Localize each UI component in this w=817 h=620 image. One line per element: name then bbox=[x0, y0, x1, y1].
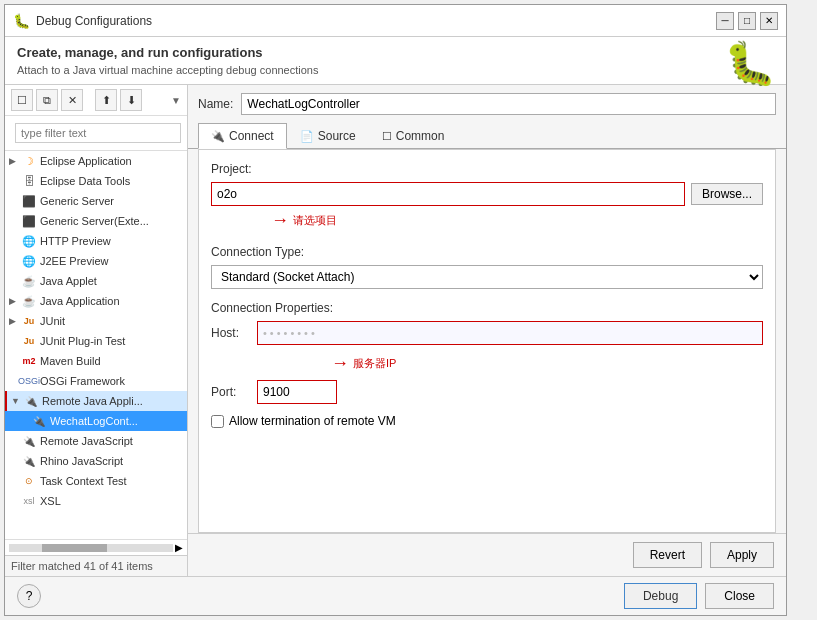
tree-item-label: Remote JavaScript bbox=[40, 435, 133, 447]
tree-item-generic-server[interactable]: ⬛ Generic Server bbox=[5, 191, 187, 211]
debug-button[interactable]: Debug bbox=[624, 583, 697, 609]
tree-item-eclipse-app[interactable]: ▶ ☽ Eclipse Application bbox=[5, 151, 187, 171]
copy-config-button[interactable]: ⧉ bbox=[36, 89, 58, 111]
delete-config-button[interactable]: ✕ bbox=[61, 89, 83, 111]
tab-connect[interactable]: 🔌 Connect bbox=[198, 123, 287, 149]
tree-item-label: J2EE Preview bbox=[40, 255, 108, 267]
allow-termination-row: Allow termination of remote VM bbox=[211, 414, 763, 428]
tree-item-remote-java[interactable]: ▼ 🔌 Remote Java Appli... bbox=[5, 391, 187, 411]
tree-item-j2ee[interactable]: 🌐 J2EE Preview bbox=[5, 251, 187, 271]
filter-status: Filter matched 41 of 41 items bbox=[11, 560, 153, 572]
port-row: Port: bbox=[211, 380, 763, 404]
minimize-button[interactable]: ─ bbox=[716, 12, 734, 30]
task-icon: ⊙ bbox=[21, 473, 37, 489]
host-row: Host: •••••••• bbox=[211, 321, 763, 345]
tree-item-wechat[interactable]: 🔌 WechatLogCont... bbox=[5, 411, 187, 431]
tree-item-label: Remote Java Appli... bbox=[42, 395, 143, 407]
connect-tab-label: Connect bbox=[229, 129, 274, 143]
source-tab-icon: 📄 bbox=[300, 130, 314, 143]
remote-java-icon: 🔌 bbox=[23, 393, 39, 409]
expand-icon: ▶ bbox=[9, 156, 21, 166]
expand-icon: ▶ bbox=[9, 316, 21, 326]
project-annotation: 请选项目 bbox=[293, 213, 337, 228]
main-area: ☐ ⧉ ✕ ⬆ ⬇ ▼ ▶ ☽ Eclipse Application bbox=[5, 85, 786, 576]
tree-item-eclipse-data[interactable]: 🗄 Eclipse Data Tools bbox=[5, 171, 187, 191]
tree-item-task-context[interactable]: ⊙ Task Context Test bbox=[5, 471, 187, 491]
expand-icon: ▶ bbox=[9, 296, 21, 306]
name-label: Name: bbox=[198, 97, 233, 111]
tree-item-label: XSL bbox=[40, 495, 61, 507]
bug-mascot-icon: 🐛 bbox=[724, 39, 776, 88]
tree-item-label: Task Context Test bbox=[40, 475, 127, 487]
filter-input[interactable] bbox=[15, 123, 181, 143]
tree-item-rhino[interactable]: 🔌 Rhino JavaScript bbox=[5, 451, 187, 471]
sidebar: ☐ ⧉ ✕ ⬆ ⬇ ▼ ▶ ☽ Eclipse Application bbox=[5, 85, 188, 576]
name-input[interactable] bbox=[241, 93, 776, 115]
apply-button[interactable]: Apply bbox=[710, 542, 774, 568]
tree-item-label: JUnit bbox=[40, 315, 65, 327]
tree-item-label: Generic Server(Exte... bbox=[40, 215, 149, 227]
tree-area[interactable]: ▶ ☽ Eclipse Application 🗄 Eclipse Data T… bbox=[5, 151, 187, 539]
tree-item-xsl[interactable]: xsl XSL bbox=[5, 491, 187, 511]
junit-plugin-icon: Ju bbox=[21, 333, 37, 349]
footer-bar: ? Debug Close bbox=[5, 576, 786, 615]
scroll-right[interactable]: ▶ bbox=[175, 542, 183, 553]
host-arrow-icon: → bbox=[331, 353, 349, 374]
revert-button[interactable]: Revert bbox=[633, 542, 702, 568]
eclipse-data-icon: 🗄 bbox=[21, 173, 37, 189]
rhino-icon: 🔌 bbox=[21, 453, 37, 469]
new-config-button[interactable]: ☐ bbox=[11, 89, 33, 111]
maximize-button[interactable]: □ bbox=[738, 12, 756, 30]
allow-termination-checkbox[interactable] bbox=[211, 415, 224, 428]
tree-item-label: WechatLogCont... bbox=[50, 415, 138, 427]
tree-item-generic-server-ext[interactable]: ⬛ Generic Server(Exte... bbox=[5, 211, 187, 231]
xsl-icon: xsl bbox=[21, 493, 37, 509]
tab-source[interactable]: 📄 Source bbox=[287, 123, 369, 148]
connection-type-select[interactable]: Standard (Socket Attach) bbox=[211, 265, 763, 289]
host-ip-value: •••••••• bbox=[263, 327, 318, 339]
project-section-label: Project: bbox=[211, 162, 763, 176]
project-arrow-icon: → bbox=[271, 210, 289, 231]
tree-item-java-app[interactable]: ▶ ☕ Java Application bbox=[5, 291, 187, 311]
host-input-container[interactable]: •••••••• bbox=[257, 321, 763, 345]
tree-item-label: Java Applet bbox=[40, 275, 97, 287]
close-dialog-button[interactable]: Close bbox=[705, 583, 774, 609]
server-icon: ⬛ bbox=[21, 193, 37, 209]
port-input[interactable] bbox=[257, 380, 337, 404]
import-config-button[interactable]: ⬇ bbox=[120, 89, 142, 111]
export-config-button[interactable]: ⬆ bbox=[95, 89, 117, 111]
maven-icon: m2 bbox=[21, 353, 37, 369]
dialog-bug-icon: 🐛 bbox=[13, 13, 30, 29]
dialog-title: Debug Configurations bbox=[36, 14, 152, 28]
connect-tab-icon: 🔌 bbox=[211, 130, 225, 143]
expand-icon: ▼ bbox=[11, 396, 23, 406]
project-row: Browse... bbox=[211, 182, 763, 206]
connection-props-label: Connection Properties: bbox=[211, 301, 763, 315]
right-panel: Name: 🔌 Connect 📄 Source ☐ Common bbox=[188, 85, 786, 576]
tab-common[interactable]: ☐ Common bbox=[369, 123, 458, 148]
debug-configurations-dialog: 🐛 Debug Configurations ─ □ ✕ Create, man… bbox=[4, 4, 787, 616]
sidebar-footer: Filter matched 41 of 41 items bbox=[5, 555, 187, 576]
tree-item-http-preview[interactable]: 🌐 HTTP Preview bbox=[5, 231, 187, 251]
host-label: Host: bbox=[211, 326, 251, 340]
help-button[interactable]: ? bbox=[17, 584, 41, 608]
tree-item-remote-js[interactable]: 🔌 Remote JavaScript bbox=[5, 431, 187, 451]
tree-item-junit[interactable]: ▶ Ju JUnit bbox=[5, 311, 187, 331]
tree-item-label: OSGi Framework bbox=[40, 375, 125, 387]
osgi-icon: OSGi bbox=[21, 373, 37, 389]
connection-type-row: Standard (Socket Attach) bbox=[211, 265, 763, 289]
header-subtitle: Attach to a Java virtual machine accepti… bbox=[17, 64, 706, 76]
tree-item-label: Generic Server bbox=[40, 195, 114, 207]
tree-item-java-applet[interactable]: ☕ Java Applet bbox=[5, 271, 187, 291]
browse-button[interactable]: Browse... bbox=[691, 183, 763, 205]
close-button[interactable]: ✕ bbox=[760, 12, 778, 30]
name-row: Name: bbox=[188, 85, 786, 123]
tree-item-junit-plugin[interactable]: Ju JUnit Plug-in Test bbox=[5, 331, 187, 351]
source-tab-label: Source bbox=[318, 129, 356, 143]
sidebar-collapse-icon: ▼ bbox=[171, 95, 181, 106]
tree-item-maven[interactable]: m2 Maven Build bbox=[5, 351, 187, 371]
host-annotation: 服务器IP bbox=[353, 356, 396, 371]
project-input[interactable] bbox=[211, 182, 685, 206]
tree-item-osgi[interactable]: OSGi OSGi Framework bbox=[5, 371, 187, 391]
sidebar-toolbar: ☐ ⧉ ✕ ⬆ ⬇ ▼ bbox=[5, 85, 187, 116]
